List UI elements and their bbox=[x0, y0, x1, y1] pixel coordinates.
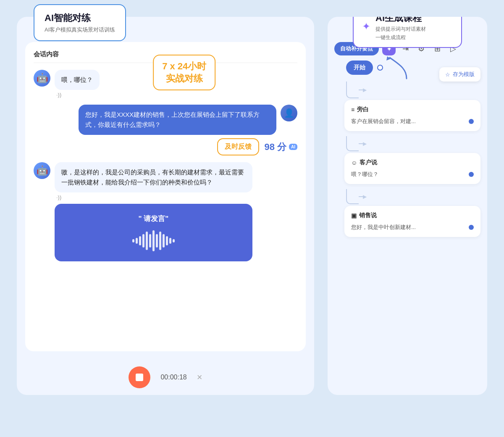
message-4: 🤖 嗷，是这样的，我是公司的采购员，有长期的建材需求，最近需要一批钢铁建材，能给… bbox=[34, 162, 297, 261]
customer-dot bbox=[469, 172, 474, 177]
ai-course-icon: ✦ bbox=[362, 21, 370, 32]
wave-bar bbox=[163, 234, 165, 247]
score-area: 及时反馈 98 分 AI bbox=[34, 138, 297, 155]
aside-icon: ≡ bbox=[351, 106, 354, 113]
ai-tag: AI bbox=[289, 144, 297, 150]
waveform bbox=[132, 230, 175, 251]
msg-content-4: 嗷，是这样的，我是公司的采购员，有长期的建材需求，最近需要一批钢铁建材，能给我介… bbox=[55, 162, 252, 261]
sales-type: 销售说 bbox=[359, 212, 377, 219]
curve-line-2 bbox=[346, 136, 359, 151]
wave-bar bbox=[139, 236, 141, 245]
aside-dot bbox=[469, 119, 474, 124]
flow-area: 开始 ▶ ≡ 旁白 客户在展销会留容，对建... bbox=[328, 61, 487, 395]
bubble-text-1: 喂，哪位？ bbox=[61, 76, 93, 83]
feedback-badge: 及时反馈 bbox=[217, 138, 259, 155]
left-panel: AI智能对练 AI客户模拟真实场景对话训练 7 x 24小时 实战对练 会话内容… bbox=[17, 17, 314, 395]
robot-icon: 🤖 bbox=[37, 73, 48, 84]
wave-bar bbox=[152, 230, 155, 251]
aside-header: ≡ 旁白 bbox=[351, 106, 474, 113]
message-2: 👤 您好，我是XXXX建材的销售，上次您在展销会上留下了联系方式，你最近有什么需… bbox=[34, 105, 297, 135]
right-panel: ✦ AI生成课程 提供提示词与对话素材 一键生成流程 自动补齐要点 ✦ ⇥ ⚙ … bbox=[328, 17, 487, 395]
wave-bar bbox=[149, 234, 151, 247]
avatar-robot-4: 🤖 bbox=[34, 162, 50, 179]
main-container: AI智能对练 AI客户模拟真实场景对话训练 7 x 24小时 实战对练 会话内容… bbox=[0, 0, 504, 437]
bubble-2: 您好，我是XXXX建材的销售，上次您在展销会上留下了联系方式，你最近有什么需求吗… bbox=[79, 105, 276, 135]
score-value: 98 分 bbox=[264, 141, 286, 153]
ai-course-title: AI生成课程 bbox=[375, 17, 426, 24]
sales-card: ▣ 销售说 您好，我是中叶创新建材... bbox=[344, 206, 480, 237]
sales-text: 您好，我是中叶创新建材... bbox=[351, 224, 416, 231]
arrow-indicator bbox=[381, 55, 415, 82]
close-button[interactable]: × bbox=[197, 372, 202, 383]
curve-line-3 bbox=[346, 189, 359, 204]
aside-content: 客户在展销会留容，对建... bbox=[351, 118, 474, 125]
avatar-robot-1: 🤖 bbox=[34, 70, 50, 87]
chat-messages: 🤖 喂，哪位？ ·)) 👤 bbox=[34, 70, 297, 343]
speak-label: " 请发言" bbox=[139, 214, 169, 224]
ai-label-title: AI智能对练 bbox=[45, 12, 115, 24]
timer: 00:00:18 bbox=[160, 374, 186, 381]
sales-content: 您好，我是中叶创新建材... bbox=[351, 224, 474, 231]
wave-bar bbox=[136, 238, 138, 244]
avatar-human-2: 👤 bbox=[281, 105, 297, 121]
wave-bar bbox=[156, 234, 158, 247]
robot-icon-4: 🤖 bbox=[37, 165, 48, 176]
ai-course-sub2: 一键生成流程 bbox=[375, 34, 426, 41]
connector-1: ▶ bbox=[346, 82, 480, 98]
bubble-4: 嗷，是这样的，我是公司的采购员，有长期的建材需求，最近需要一批钢铁建材，能给我介… bbox=[55, 162, 252, 192]
sales-dot bbox=[469, 225, 474, 230]
aside-card: ≡ 旁白 客户在展销会留容，对建... bbox=[344, 100, 480, 131]
ai-label-box: AI智能对练 AI客户模拟真实场景对话训练 bbox=[34, 4, 126, 41]
arrow-2: ▶ bbox=[363, 141, 367, 147]
svg-marker-0 bbox=[386, 56, 391, 61]
save-template-label: 存为模版 bbox=[453, 71, 475, 78]
sound-1: ·)) bbox=[55, 92, 100, 98]
save-icon: ☆ bbox=[445, 71, 450, 78]
sales-header: ▣ 销售说 bbox=[351, 212, 474, 219]
start-button[interactable]: 开始 bbox=[346, 61, 373, 75]
wave-bar bbox=[159, 232, 161, 250]
wave-bar bbox=[169, 238, 171, 244]
bubble-text-4: 嗷，是这样的，我是公司的采购员，有长期的建材需求，最近需要一批钢铁建材，能给我介… bbox=[61, 168, 244, 186]
ai-label-subtitle: AI客户模拟真实场景对话训练 bbox=[45, 26, 115, 34]
bottom-controls: 00:00:18 × bbox=[17, 360, 314, 395]
wave-bar bbox=[166, 236, 168, 245]
stop-icon bbox=[136, 374, 143, 381]
connector-2: ▶ bbox=[346, 136, 480, 151]
arrow-3: ▶ bbox=[363, 194, 367, 200]
customer-card: ☺ 客户说 喂？哪位？ bbox=[344, 153, 480, 184]
customer-type: 客户说 bbox=[360, 159, 377, 166]
bubble-text-2: 您好，我是XXXX建材的销售，上次您在展销会上留下了联系方式，你最近有什么需求吗… bbox=[85, 111, 260, 128]
score-badge: 98 分 AI bbox=[264, 141, 297, 153]
sales-icon: ▣ bbox=[351, 212, 357, 219]
customer-icon: ☺ bbox=[351, 159, 357, 166]
ai-course-box: ✦ AI生成课程 提供提示词与对话素材 一键生成流程 bbox=[353, 17, 462, 48]
customer-content: 喂？哪位？ bbox=[351, 171, 474, 178]
bubble-1: 喂，哪位？ bbox=[55, 70, 100, 90]
human-icon: 👤 bbox=[284, 108, 294, 118]
wave-bar bbox=[173, 239, 175, 242]
record-button[interactable] bbox=[129, 366, 150, 388]
realtime-badge-line2: 实战对练 bbox=[162, 73, 206, 85]
msg-content-1: 喂，哪位？ ·)) bbox=[55, 70, 100, 98]
customer-header: ☺ 客户说 bbox=[351, 159, 474, 166]
connector-3: ▶ bbox=[346, 189, 480, 204]
curve-line-1 bbox=[346, 82, 359, 98]
arrow-1: ▶ bbox=[363, 87, 367, 93]
wave-bar bbox=[146, 232, 148, 250]
voice-input-area: " 请发言" bbox=[55, 204, 252, 261]
ai-course-sub1: 提供提示词与对话素材 bbox=[375, 26, 426, 33]
ai-course-text: AI生成课程 提供提示词与对话素材 一键生成流程 bbox=[375, 17, 426, 41]
wave-bar bbox=[132, 239, 134, 242]
aside-text: 客户在展销会留容，对建... bbox=[351, 118, 416, 125]
realtime-badge: 7 x 24小时 实战对练 bbox=[153, 55, 215, 90]
customer-text: 喂？哪位？ bbox=[351, 171, 378, 178]
aside-type: 旁白 bbox=[357, 106, 369, 113]
msg-content-2: 您好，我是XXXX建材的销售，上次您在展销会上留下了联系方式，你最近有什么需求吗… bbox=[79, 105, 276, 135]
save-template-button[interactable]: ☆ 存为模版 bbox=[439, 67, 480, 82]
sound-4: ·)) bbox=[55, 194, 252, 200]
realtime-badge-line1: 7 x 24小时 bbox=[162, 61, 206, 73]
wave-bar bbox=[142, 234, 144, 247]
